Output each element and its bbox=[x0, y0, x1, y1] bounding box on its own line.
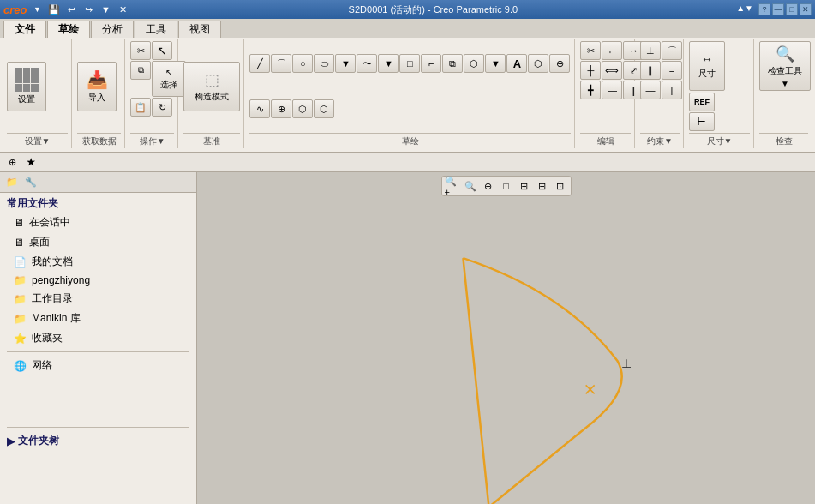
rect-btn[interactable]: □ bbox=[399, 54, 420, 73]
inspect-tool-btn[interactable]: 🔍 检查工具 ▼ bbox=[759, 41, 811, 91]
sketch-more6-btn[interactable]: ⬡ bbox=[314, 99, 334, 118]
constraint-dropdown-btn[interactable]: 约束▼ bbox=[647, 136, 673, 146]
undo-btn[interactable]: ↩ bbox=[64, 3, 78, 16]
close-quick-btn[interactable]: ✕ bbox=[116, 3, 129, 16]
divide-btn[interactable]: ┼ bbox=[580, 61, 601, 80]
import-icon: 📥 bbox=[87, 69, 108, 90]
folder-item-manikin[interactable]: 📁 Manikin 库 bbox=[0, 309, 196, 328]
view-btn1[interactable]: ⊞ bbox=[516, 178, 533, 194]
tab-tools[interactable]: 工具 bbox=[135, 21, 177, 38]
tangent-btn[interactable]: ⌒ bbox=[662, 41, 682, 60]
close-btn[interactable]: ✕ bbox=[800, 3, 812, 15]
view-btn2[interactable]: ⊟ bbox=[534, 178, 551, 194]
network-label: 网络 bbox=[32, 358, 52, 373]
ribbon-edit-group: ✂ ⌐ ↔ ┼ ⟺ ⤢ ╋ — ‖ 编辑 bbox=[577, 39, 635, 148]
quick-btn2[interactable]: ★ bbox=[22, 155, 39, 171]
svg-line-0 bbox=[463, 258, 488, 504]
section-divider1 bbox=[7, 351, 189, 352]
text-btn[interactable]: A bbox=[506, 54, 527, 73]
tab-view[interactable]: 视图 bbox=[178, 21, 221, 38]
ellipse-btn[interactable]: ⬭ bbox=[314, 54, 334, 73]
folder-item-pengzhiyong[interactable]: 📁 pengzhiyong bbox=[0, 272, 196, 289]
coord-btn[interactable]: ⊕ bbox=[271, 99, 291, 118]
minimize-btn[interactable]: — bbox=[772, 3, 784, 15]
construct-label: 构造模式 bbox=[195, 91, 229, 103]
svg-text:⊥: ⊥ bbox=[621, 357, 632, 370]
redo-btn[interactable]: ↪ bbox=[81, 3, 95, 16]
maximize-btn[interactable]: □ bbox=[786, 3, 798, 15]
parallel-btn[interactable]: ∥ bbox=[640, 61, 661, 80]
zoom-in-btn[interactable]: 🔍+ bbox=[444, 178, 461, 194]
folder-item-favorites[interactable]: ⭐ 收藏夹 bbox=[0, 328, 196, 348]
ref-dim-btn[interactable]: REF bbox=[689, 93, 715, 111]
pengzhiyong-label: pengzhiyong bbox=[32, 274, 90, 286]
tab-analysis[interactable]: 分析 bbox=[91, 21, 134, 38]
edit-more1-btn[interactable]: — bbox=[602, 81, 622, 99]
equal-btn[interactable]: = bbox=[662, 61, 682, 80]
manikin-label: Manikin 库 bbox=[32, 311, 81, 326]
baseline-dim-btn[interactable]: ⊢ bbox=[689, 112, 715, 131]
tab-file[interactable]: 文件 bbox=[3, 21, 46, 38]
ribbon-inspect-group: 🔍 检查工具 ▼ 检查 bbox=[756, 39, 812, 148]
dim-btn[interactable]: ↔ 尺寸 bbox=[689, 41, 725, 91]
folder-item-workdir[interactable]: 📁 工作目录 bbox=[0, 289, 196, 309]
help-btn[interactable]: ? bbox=[758, 3, 770, 15]
left-panel: 📁 🔧 常用文件夹 🖥 在会话中 🖥 桌面 📄 我的文档 📁 pengzhiyo… bbox=[0, 172, 197, 504]
sketch-label: 草绘 bbox=[249, 133, 571, 148]
grid-settings-btn[interactable]: 设置 bbox=[7, 62, 46, 111]
cursor-btn[interactable]: ↖ bbox=[152, 41, 172, 60]
sketch-more4-btn[interactable]: ⬡ bbox=[528, 54, 548, 73]
point-btn[interactable]: ⊕ bbox=[549, 54, 570, 73]
view-btn3[interactable]: ⊡ bbox=[552, 178, 569, 194]
setup-dropdown-btn[interactable]: 设置▼ bbox=[25, 136, 51, 146]
circle-btn[interactable]: ○ bbox=[292, 54, 313, 73]
paste-btn[interactable]: 📋 bbox=[130, 98, 151, 117]
sketch-more3-btn[interactable]: ▼ bbox=[485, 54, 506, 73]
mirror-btn[interactable]: ⟺ bbox=[602, 61, 622, 80]
project-btn[interactable]: ⬡ bbox=[464, 54, 484, 73]
horiz-btn[interactable]: — bbox=[640, 81, 661, 99]
collapse-btn[interactable]: ▲▼ bbox=[736, 3, 753, 15]
edit-label: 编辑 bbox=[580, 133, 631, 148]
fit-btn[interactable]: □ bbox=[498, 178, 515, 194]
trim-btn[interactable]: ✂ bbox=[580, 41, 601, 60]
line-btn[interactable]: ╱ bbox=[249, 54, 270, 73]
zoom-reset-btn[interactable]: ⊖ bbox=[480, 178, 497, 194]
arc-btn[interactable]: ⌒ bbox=[271, 54, 291, 73]
quick-btn1[interactable]: ⊕ bbox=[3, 155, 21, 171]
tab-sketch[interactable]: 草绘 bbox=[47, 21, 90, 38]
ops-dropdown-btn[interactable]: 操作▼ bbox=[140, 136, 165, 146]
dim-dropdown-btn[interactable]: 尺寸▼ bbox=[707, 136, 733, 146]
import-btn[interactable]: 📥 导入 bbox=[77, 62, 117, 111]
quick-access-btn[interactable]: ▼ bbox=[99, 3, 112, 16]
offset-btn[interactable]: ⧉ bbox=[442, 54, 463, 73]
favorites-icon: ⭐ bbox=[14, 333, 27, 345]
zoom-out-btn[interactable]: 🔍 bbox=[462, 178, 479, 194]
folder-item-session[interactable]: 🖥 在会话中 bbox=[0, 213, 196, 232]
intersect-btn[interactable]: ╋ bbox=[580, 81, 601, 99]
sketch-more2-btn[interactable]: ▼ bbox=[378, 54, 399, 73]
spline-btn[interactable]: 〜 bbox=[357, 54, 377, 73]
vert-btn[interactable]: | bbox=[662, 81, 682, 99]
titlebar-menu-btn[interactable]: ▼ bbox=[30, 3, 44, 16]
scissors-btn[interactable]: ✂ bbox=[130, 41, 151, 60]
folder-item-mydocs[interactable]: 📄 我的文档 bbox=[0, 252, 196, 272]
corner-btn[interactable]: ⌐ bbox=[602, 41, 622, 60]
sketch-more1-btn[interactable]: ▼ bbox=[335, 54, 356, 73]
rotate-btn[interactable]: ↻ bbox=[152, 98, 172, 117]
panel-btn2[interactable]: 🔧 bbox=[22, 175, 39, 190]
panel-btn1[interactable]: 📁 bbox=[3, 175, 21, 190]
fillet-btn[interactable]: ⌐ bbox=[421, 54, 441, 73]
folder-item-network[interactable]: 🌐 网络 bbox=[0, 356, 196, 375]
sketch-more5-btn[interactable]: ⬡ bbox=[292, 99, 313, 118]
folder-tree-section[interactable]: ▶ 文件夹树 bbox=[0, 431, 196, 451]
ops-label: 操作▼ bbox=[130, 133, 174, 148]
construct-mode-btn[interactable]: ⬚ 构造模式 bbox=[183, 62, 240, 111]
perp-btn[interactable]: ⊥ bbox=[640, 41, 661, 60]
quick-save-btn[interactable]: 💾 bbox=[47, 3, 61, 16]
curve-btn[interactable]: ∿ bbox=[249, 99, 270, 118]
main-area: 📁 🔧 常用文件夹 🖥 在会话中 🖥 桌面 📄 我的文档 📁 pengzhiyo… bbox=[0, 172, 815, 504]
folder-item-desktop[interactable]: 🖥 桌面 bbox=[0, 232, 196, 252]
setup-group-label: 设置▼ bbox=[7, 133, 68, 148]
copy-btn[interactable]: ⧉ bbox=[130, 61, 151, 80]
